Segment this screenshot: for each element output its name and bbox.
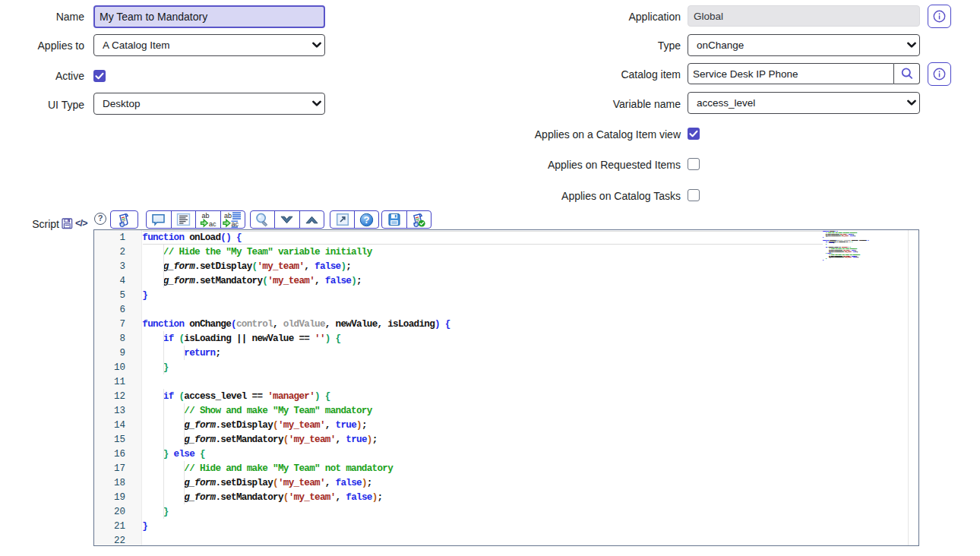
svg-text:ab: ab [224, 212, 232, 220]
svg-text:?: ? [364, 214, 370, 226]
svg-text:ab: ab [201, 212, 209, 220]
svg-text:ac: ac [209, 220, 217, 228]
